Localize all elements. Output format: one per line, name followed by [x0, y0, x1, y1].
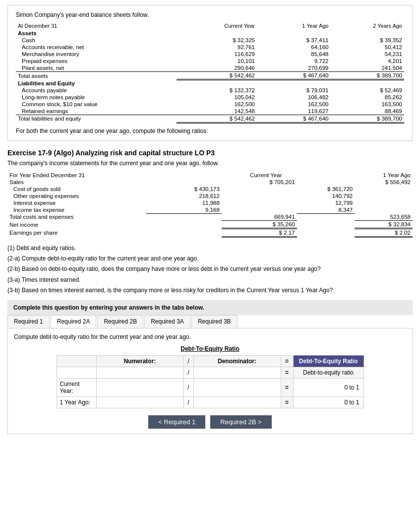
assets-header-row: Assets	[16, 30, 404, 37]
ar-label: Accounts receivable, net	[16, 44, 177, 51]
prev-button[interactable]: < Required 1	[148, 415, 205, 429]
ar-2ya: 50,412	[331, 44, 405, 51]
cogs-row: Cost of goods sold $ 430,173 $ 361,720	[7, 186, 413, 193]
common-stock-cy: 162,500	[177, 101, 257, 108]
tab-instruction: Compute debt-to-equity ratio for the cur…	[14, 333, 406, 340]
prepaid-1ya: 9,722	[257, 58, 331, 65]
income-statement-table: For Year Ended December 31 Current Year …	[7, 172, 413, 238]
intro-text: Simon Company's year-end balance sheets …	[16, 11, 404, 18]
total-costs-1ya: 523,658	[355, 213, 413, 221]
one-year-ago-numerator-input[interactable]	[100, 399, 180, 406]
sales-1ya: $ 556,492	[355, 179, 413, 186]
prepaid-cy: 10,101	[177, 58, 257, 65]
eps-row: Earnings per share $ 2.17 $ 2.02	[7, 229, 413, 237]
bs-col4-header: 2 Years Ago	[331, 22, 405, 30]
one-year-ago-equals: =	[281, 396, 293, 408]
tab-required1[interactable]: Required 1	[7, 315, 50, 328]
interest-row: Interest expense 11,988 12,799	[7, 199, 413, 206]
ar-cy: 92,761	[177, 44, 257, 51]
ap-1ya: $ 79,031	[257, 87, 331, 94]
tabs-row: Required 1 Required 2A Required 2B Requi…	[7, 315, 413, 328]
bs-col2-header: Current Year	[177, 22, 257, 30]
result-header: Debt-To-Equity Ratio	[293, 355, 363, 367]
inventory-row: Merchandise inventory 116,629 85,648 54,…	[16, 51, 404, 58]
exercise-title: Exercise 17-9 (Algo) Analyzing risk and …	[7, 149, 413, 157]
sales-cy: $ 705,201	[222, 179, 297, 186]
next-button[interactable]: Required 2B >	[210, 415, 271, 429]
inventory-2ya: 54,231	[331, 51, 405, 58]
inventory-1ya: 85,648	[257, 51, 331, 58]
cash-2ya: $ 39,352	[331, 37, 405, 44]
subheader-slash: /	[183, 367, 193, 378]
net-income-1ya: $ 32,834	[355, 221, 413, 229]
tab-required3b[interactable]: Required 3B	[191, 315, 238, 328]
tab-required2b[interactable]: Required 2B	[97, 315, 143, 328]
common-stock-label: Common stock, $10 par value	[16, 101, 177, 108]
ap-label: Accounts payable	[16, 87, 177, 94]
ratio-header-row: Numerator: / Denominator: = Debt-To-Equi…	[57, 355, 363, 367]
one-year-ago-slash: /	[183, 396, 193, 408]
one-year-ago-denominator-input[interactable]	[197, 399, 278, 406]
balance-header-row: At December 31 Current Year 1 Year Ago 2…	[16, 22, 404, 30]
complete-box-text: Complete this question by entering your …	[13, 304, 204, 311]
interest-1ya: 12,799	[297, 199, 355, 206]
tab-content-area: Compute debt-to-equity ratio for the cur…	[7, 328, 413, 434]
tax-cy: 9,168	[146, 206, 222, 214]
total-liabilities-1ya: $ 467,640	[257, 115, 331, 123]
ltnotes-label: Long-term notes payable	[16, 94, 177, 101]
current-year-ratio-label: Current Year:	[57, 378, 96, 396]
interest-label: Interest expense	[7, 199, 146, 206]
common-stock-1ya: 162,500	[257, 101, 331, 108]
subheader-result-label: Debt-to-equity ratio	[293, 367, 363, 378]
question-2b: (2-b) Based on debt-to-equity ratio, doe…	[7, 264, 413, 274]
current-year-numerator-input[interactable]	[100, 384, 180, 391]
retained-earnings-label: Retained earnings	[16, 108, 177, 115]
cash-cy: $ 32,325	[177, 37, 257, 44]
total-liabilities-row: Total liabilities and equity $ 542,462 $…	[16, 115, 404, 123]
retained-earnings-cy: 142,548	[177, 108, 257, 115]
total-assets-cy: $ 542,462	[177, 72, 257, 80]
total-costs-label: Total costs and expenses	[7, 213, 146, 221]
liabilities-header-row: Liabilities and Equity	[16, 80, 404, 87]
tax-row: Income tax expense 9,168 8,347	[7, 206, 413, 214]
assets-label: Assets	[16, 30, 177, 37]
interest-cy: 11,988	[146, 199, 222, 206]
is-col2-header: Current Year	[146, 172, 297, 179]
ap-row: Accounts payable $ 132,372 $ 79,031 $ 52…	[16, 87, 404, 94]
current-year-result: 0 to 1	[293, 378, 363, 396]
total-liabilities-cy: $ 542,462	[177, 115, 257, 123]
balance-sheet-table: At December 31 Current Year 1 Year Ago 2…	[16, 22, 404, 124]
other-op-label: Other operating expenses	[7, 193, 146, 199]
cogs-label: Cost of goods sold	[7, 186, 146, 193]
current-year-slash: /	[183, 378, 193, 396]
ltnotes-1ya: 106,482	[257, 94, 331, 101]
total-assets-label: Total assets	[16, 72, 177, 80]
eps-label: Earnings per share	[7, 229, 146, 237]
current-year-denominator-input[interactable]	[197, 384, 278, 391]
net-income-cy: $ 35,260	[222, 221, 297, 229]
bs-col3-header: 1 Year Ago	[257, 22, 331, 30]
exercise-subtitle: The company's income statements for the …	[7, 160, 413, 167]
subheader-numerator-input[interactable]	[100, 369, 180, 376]
tab-required2a[interactable]: Required 2A	[51, 315, 97, 328]
eps-cy: $ 2.17	[222, 229, 297, 237]
cogs-cy: $ 430,173	[146, 186, 222, 193]
question-3a: (3-a) Times interest earned.	[7, 275, 413, 285]
total-costs-cy: 669,941	[222, 213, 297, 221]
total-assets-row: Total assets $ 542,462 $ 467,640 $ 389,7…	[16, 72, 404, 80]
sales-label: Sales	[7, 179, 146, 186]
other-op-1ya: 140,792	[297, 193, 355, 199]
subheader-denominator-input[interactable]	[197, 369, 278, 376]
one-year-ago-result: 0 to 1	[293, 396, 363, 408]
cash-row: Cash $ 32,325 $ 37,411 $ 39,352	[16, 37, 404, 44]
cash-label: Cash	[16, 37, 177, 44]
plant-cy: 290,646	[177, 65, 257, 72]
ltnotes-row: Long-term notes payable 105,042 106,482 …	[16, 94, 404, 101]
plant-2ya: 241,504	[331, 65, 405, 72]
equals-header: =	[281, 355, 293, 367]
tab-required3a[interactable]: Required 3A	[144, 315, 190, 328]
retained-earnings-row: Retained earnings 142,548 119,627 88,469	[16, 108, 404, 115]
is-col1-header: For Year Ended December 31	[7, 172, 146, 179]
total-costs-row: Total costs and expenses 669,941 523,658	[7, 213, 413, 221]
current-year-equals: =	[281, 378, 293, 396]
